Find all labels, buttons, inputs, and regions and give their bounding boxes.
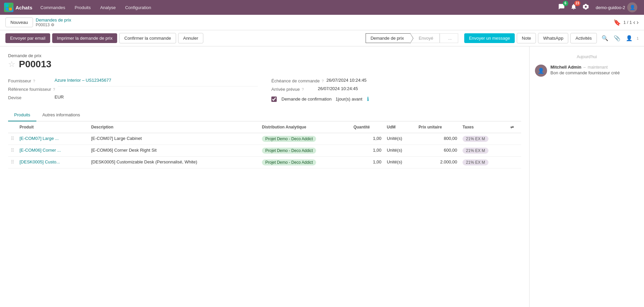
status-step-envoye[interactable]: Envoyé	[410, 33, 440, 43]
breadcrumb-link[interactable]: Demandes de prix	[36, 17, 71, 23]
chat-badge: 6	[563, 1, 568, 6]
activities-button[interactable]: Activités	[570, 33, 597, 43]
bookmark-icon[interactable]: 🔖	[613, 19, 621, 26]
th-distribution: Distribution Analytique	[259, 121, 351, 133]
print-button[interactable]: Imprimer la demande de prix	[52, 33, 117, 43]
msg-time: maintenant	[588, 65, 608, 70]
product-3[interactable]: [DESK0005] Custo...	[17, 157, 89, 168]
prix-2[interactable]: 600,00	[416, 145, 460, 157]
th-taxes: Taxes	[460, 121, 508, 133]
chatter-actions: Envoyer un message Note WhatsApp Activit…	[464, 33, 597, 43]
echeance-value[interactable]: 26/07/2024 10:24:45	[327, 78, 521, 83]
devise-field: Devise EUR	[8, 93, 258, 102]
description-3[interactable]: [DESK0005] Customizable Desk (Personnali…	[89, 157, 259, 168]
next-arrow[interactable]: ›	[637, 19, 639, 26]
th-produit: Produit	[17, 121, 89, 133]
udm-3[interactable]: Unité(s)	[384, 157, 416, 168]
udm-1[interactable]: Unité(s)	[384, 133, 416, 145]
fournisseur-field: Fournisseur ? Azure Interior – US1234567…	[8, 76, 258, 85]
activities-badge: 23	[574, 1, 580, 6]
nav-produits[interactable]: Produits	[71, 3, 95, 12]
row-adjust-3	[508, 157, 521, 168]
toolbar-row: Nouveau Demandes de prix P00013 ⚙ 🔖 1 / …	[0, 15, 644, 30]
whatsapp-button[interactable]: WhatsApp	[538, 33, 568, 43]
status-step-more[interactable]: ...	[440, 33, 458, 43]
app-logo[interactable]: Achats	[4, 3, 32, 12]
reference-value[interactable]	[58, 86, 258, 86]
msg-content: Mitchell Admin – maintenant Bon de comma…	[550, 65, 639, 77]
reference-help-icon[interactable]: ?	[53, 87, 55, 91]
taxes-1[interactable]: 21% EX M	[460, 133, 508, 145]
send-message-button[interactable]: Envoyer un message	[464, 33, 515, 43]
tab-produits[interactable]: Produits	[8, 109, 36, 121]
drag-handle-2[interactable]: ⠿	[8, 145, 17, 157]
devise-value[interactable]: EUR	[55, 94, 258, 100]
status-step-demande[interactable]: Demande de prix	[366, 33, 410, 43]
arrivee-field: Arrivée prévue ? 26/07/2024 10:24:45	[271, 85, 521, 93]
arrivee-value[interactable]: 26/07/2024 10:24:45	[318, 86, 521, 91]
confirm-button[interactable]: Confirmer la commande	[119, 33, 176, 43]
description-1[interactable]: [E-COM07] Large Cabinet	[89, 133, 259, 145]
reference-field: Référence fournisseur ?	[8, 85, 258, 93]
echeance-help-icon[interactable]: ?	[321, 79, 324, 83]
note-button[interactable]: Note	[517, 33, 536, 43]
table-header-row: Produit Description Distribution Analyti…	[8, 121, 521, 133]
confirmation-days: 1jour(s) avant	[336, 97, 362, 102]
form-area: Demande de prix ☆ P00013 Fournisseur ? A…	[0, 46, 530, 307]
prix-3[interactable]: 2.000,00	[416, 157, 460, 168]
distribution-3[interactable]: Projet Demo - Deco Addict	[259, 157, 351, 168]
fournisseur-value[interactable]: Azure Interior – US12345677	[55, 78, 258, 83]
form-type-label: Demande de prix	[8, 53, 52, 58]
cancel-button[interactable]: Annuler	[178, 33, 203, 43]
products-table: Produit Description Distribution Analyti…	[8, 121, 521, 168]
tab-autres[interactable]: Autres informations	[36, 109, 86, 121]
echeance-label: Échéance de commande ?	[271, 78, 324, 83]
description-2[interactable]: [E-COM06] Corner Desk Right Sit	[89, 145, 259, 157]
chat-icon-btn[interactable]: 6	[557, 2, 566, 13]
distribution-2[interactable]: Projet Demo - Deco Addict	[259, 145, 351, 157]
prix-1[interactable]: 800,00	[416, 133, 460, 145]
new-button[interactable]: Nouveau	[5, 17, 33, 27]
arrivee-help-icon[interactable]: ?	[302, 87, 304, 91]
quantite-2[interactable]: 1,00	[351, 145, 384, 157]
main-layout: Demande de prix ☆ P00013 Fournisseur ? A…	[0, 46, 644, 307]
confirmation-info-icon[interactable]: ℹ	[367, 96, 369, 102]
follower-count: 1	[637, 36, 639, 40]
user-menu[interactable]: demo-guidoo-2 👤	[593, 1, 640, 14]
search-action-icon[interactable]: 🔍	[600, 34, 610, 43]
record-settings-icon[interactable]: ⚙	[51, 23, 55, 27]
msg-header: Mitchell Admin – maintenant	[550, 65, 639, 70]
nav-position: 1 / 1	[623, 20, 632, 25]
email-button[interactable]: Envoyer par email	[5, 33, 50, 43]
taxes-3[interactable]: 21% EX M	[460, 157, 508, 168]
th-adjust[interactable]: ⇌	[508, 121, 521, 133]
udm-2[interactable]: Unité(s)	[384, 145, 416, 157]
msg-separator: –	[583, 65, 586, 70]
th-description: Description	[89, 121, 259, 133]
row-adjust-1	[508, 133, 521, 145]
distribution-1[interactable]: Projet Demo - Deco Addict	[259, 133, 351, 145]
nav-configuration[interactable]: Configuration	[121, 3, 155, 12]
user-action-icon[interactable]: 👤	[624, 34, 634, 43]
taxes-2[interactable]: 21% EX M	[460, 145, 508, 157]
svg-rect-0	[6, 4, 8, 7]
settings-icon-btn[interactable]	[581, 2, 590, 13]
fournisseur-help-icon[interactable]: ?	[33, 79, 35, 83]
drag-handle-1[interactable]: ⠿	[8, 133, 17, 145]
attach-action-icon[interactable]: 📎	[612, 34, 622, 43]
confirmation-checkbox[interactable]	[271, 97, 277, 102]
msg-author: Mitchell Admin	[550, 65, 581, 70]
quantite-3[interactable]: 1,00	[351, 157, 384, 168]
quantite-1[interactable]: 1,00	[351, 133, 384, 145]
form-header: Demande de prix ☆ P00013	[8, 53, 521, 70]
activities-icon-btn[interactable]: 23	[569, 2, 578, 13]
product-1[interactable]: [E-COM07] Large ...	[17, 133, 89, 145]
prev-arrow[interactable]: ‹	[633, 19, 635, 26]
product-2[interactable]: [E-COM06] Corner ...	[17, 145, 89, 157]
nav-commandes[interactable]: Commandes	[36, 3, 69, 12]
drag-handle-3[interactable]: ⠿	[8, 157, 17, 168]
nav-analyse[interactable]: Analyse	[96, 3, 120, 12]
record-id-breadcrumb: P00013	[36, 23, 49, 27]
favorite-star-icon[interactable]: ☆	[8, 60, 15, 69]
app-name: Achats	[15, 5, 32, 10]
